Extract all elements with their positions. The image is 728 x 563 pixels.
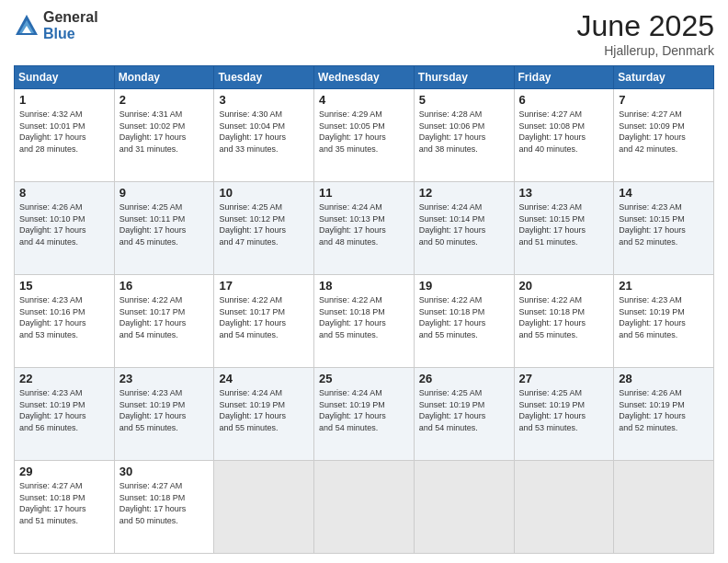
table-row <box>314 461 415 554</box>
day-number: 16 <box>119 279 210 293</box>
day-info: Sunrise: 4:30 AM Sunset: 10:04 PM Daylig… <box>219 109 309 155</box>
table-row: 21Sunrise: 4:23 AM Sunset: 10:19 PM Dayl… <box>614 275 714 368</box>
location: Hjallerup, Denmark <box>577 43 714 58</box>
calendar-week-row: 8Sunrise: 4:26 AM Sunset: 10:10 PM Dayli… <box>15 182 714 275</box>
day-info: Sunrise: 4:25 AM Sunset: 10:12 PM Daylig… <box>219 201 309 247</box>
calendar-week-row: 22Sunrise: 4:23 AM Sunset: 10:19 PM Dayl… <box>15 368 714 461</box>
day-info: Sunrise: 4:27 AM Sunset: 10:18 PM Daylig… <box>19 480 109 526</box>
day-info: Sunrise: 4:23 AM Sunset: 10:15 PM Daylig… <box>519 201 609 247</box>
table-row: 9Sunrise: 4:25 AM Sunset: 10:11 PM Dayli… <box>114 182 214 275</box>
table-row: 10Sunrise: 4:25 AM Sunset: 10:12 PM Dayl… <box>214 182 314 275</box>
day-number: 27 <box>519 372 609 385</box>
day-info: Sunrise: 4:23 AM Sunset: 10:16 PM Daylig… <box>19 294 109 340</box>
table-row: 24Sunrise: 4:24 AM Sunset: 10:19 PM Dayl… <box>214 368 314 461</box>
day-number: 14 <box>619 186 709 200</box>
table-row: 16Sunrise: 4:22 AM Sunset: 10:17 PM Dayl… <box>114 275 214 368</box>
day-number: 2 <box>119 93 210 107</box>
header: General Blue June 2025 Hjallerup, Denmar… <box>14 9 714 58</box>
table-row <box>614 461 714 554</box>
table-row: 5Sunrise: 4:28 AM Sunset: 10:06 PM Dayli… <box>414 89 514 182</box>
day-info: Sunrise: 4:24 AM Sunset: 10:19 PM Daylig… <box>319 387 409 433</box>
day-info: Sunrise: 4:28 AM Sunset: 10:06 PM Daylig… <box>419 109 509 155</box>
day-info: Sunrise: 4:25 AM Sunset: 10:11 PM Daylig… <box>119 201 210 247</box>
table-row: 15Sunrise: 4:23 AM Sunset: 10:16 PM Dayl… <box>15 275 115 368</box>
day-info: Sunrise: 4:22 AM Sunset: 10:18 PM Daylig… <box>419 294 509 340</box>
title-block: June 2025 Hjallerup, Denmark <box>577 9 714 58</box>
table-row: 17Sunrise: 4:22 AM Sunset: 10:17 PM Dayl… <box>214 275 314 368</box>
day-number: 22 <box>19 372 109 385</box>
day-info: Sunrise: 4:23 AM Sunset: 10:19 PM Daylig… <box>119 387 210 433</box>
day-number: 6 <box>519 93 609 107</box>
month-title: June 2025 <box>577 9 714 43</box>
day-info: Sunrise: 4:25 AM Sunset: 10:19 PM Daylig… <box>419 387 509 433</box>
day-info: Sunrise: 4:27 AM Sunset: 10:08 PM Daylig… <box>519 109 609 155</box>
table-row: 11Sunrise: 4:24 AM Sunset: 10:13 PM Dayl… <box>314 182 415 275</box>
page: General Blue June 2025 Hjallerup, Denmar… <box>0 0 728 563</box>
day-number: 7 <box>619 93 709 107</box>
table-row: 26Sunrise: 4:25 AM Sunset: 10:19 PM Dayl… <box>414 368 514 461</box>
day-number: 15 <box>19 279 109 293</box>
header-thursday: Thursday <box>414 66 514 89</box>
day-info: Sunrise: 4:23 AM Sunset: 10:15 PM Daylig… <box>619 201 709 247</box>
day-info: Sunrise: 4:24 AM Sunset: 10:19 PM Daylig… <box>219 387 309 433</box>
table-row: 2Sunrise: 4:31 AM Sunset: 10:02 PM Dayli… <box>114 89 214 182</box>
table-row: 7Sunrise: 4:27 AM Sunset: 10:09 PM Dayli… <box>614 89 714 182</box>
calendar-week-row: 15Sunrise: 4:23 AM Sunset: 10:16 PM Dayl… <box>15 275 714 368</box>
day-number: 9 <box>119 186 210 200</box>
table-row: 22Sunrise: 4:23 AM Sunset: 10:19 PM Dayl… <box>15 368 115 461</box>
table-row: 8Sunrise: 4:26 AM Sunset: 10:10 PM Dayli… <box>15 182 115 275</box>
day-info: Sunrise: 4:32 AM Sunset: 10:01 PM Daylig… <box>19 109 109 155</box>
day-number: 24 <box>219 372 309 385</box>
table-row: 19Sunrise: 4:22 AM Sunset: 10:18 PM Dayl… <box>414 275 514 368</box>
logo: General Blue <box>14 9 98 41</box>
day-number: 4 <box>319 93 409 107</box>
day-info: Sunrise: 4:26 AM Sunset: 10:10 PM Daylig… <box>19 201 109 247</box>
table-row: 14Sunrise: 4:23 AM Sunset: 10:15 PM Dayl… <box>614 182 714 275</box>
day-number: 3 <box>219 93 309 107</box>
table-row: 1Sunrise: 4:32 AM Sunset: 10:01 PM Dayli… <box>15 89 115 182</box>
header-monday: Monday <box>114 66 214 89</box>
table-row: 28Sunrise: 4:26 AM Sunset: 10:19 PM Dayl… <box>614 368 714 461</box>
day-number: 19 <box>419 279 509 293</box>
logo-general-text: General <box>43 9 98 26</box>
day-info: Sunrise: 4:26 AM Sunset: 10:19 PM Daylig… <box>619 387 709 433</box>
header-wednesday: Wednesday <box>314 66 415 89</box>
day-info: Sunrise: 4:27 AM Sunset: 10:09 PM Daylig… <box>619 109 709 155</box>
day-number: 8 <box>19 186 109 200</box>
day-number: 29 <box>19 465 109 478</box>
day-info: Sunrise: 4:27 AM Sunset: 10:18 PM Daylig… <box>119 480 210 526</box>
day-number: 25 <box>319 372 409 385</box>
logo-blue-text: Blue <box>43 26 98 42</box>
day-info: Sunrise: 4:23 AM Sunset: 10:19 PM Daylig… <box>19 387 109 433</box>
logo-icon <box>14 13 40 39</box>
header-friday: Friday <box>514 66 614 89</box>
table-row: 13Sunrise: 4:23 AM Sunset: 10:15 PM Dayl… <box>514 182 614 275</box>
day-info: Sunrise: 4:22 AM Sunset: 10:18 PM Daylig… <box>319 294 409 340</box>
table-row: 27Sunrise: 4:25 AM Sunset: 10:19 PM Dayl… <box>514 368 614 461</box>
day-number: 30 <box>119 465 210 478</box>
day-info: Sunrise: 4:22 AM Sunset: 10:17 PM Daylig… <box>219 294 309 340</box>
table-row <box>514 461 614 554</box>
calendar-week-row: 1Sunrise: 4:32 AM Sunset: 10:01 PM Dayli… <box>15 89 714 182</box>
day-number: 23 <box>119 372 210 385</box>
day-info: Sunrise: 4:29 AM Sunset: 10:05 PM Daylig… <box>319 109 409 155</box>
day-number: 13 <box>519 186 609 200</box>
table-row <box>414 461 514 554</box>
day-number: 12 <box>419 186 509 200</box>
table-row: 12Sunrise: 4:24 AM Sunset: 10:14 PM Dayl… <box>414 182 514 275</box>
day-number: 28 <box>619 372 709 385</box>
calendar-table: Sunday Monday Tuesday Wednesday Thursday… <box>14 65 714 554</box>
day-number: 10 <box>219 186 309 200</box>
table-row: 23Sunrise: 4:23 AM Sunset: 10:19 PM Dayl… <box>114 368 214 461</box>
day-info: Sunrise: 4:24 AM Sunset: 10:14 PM Daylig… <box>419 201 509 247</box>
calendar-week-row: 29Sunrise: 4:27 AM Sunset: 10:18 PM Dayl… <box>15 461 714 554</box>
day-info: Sunrise: 4:22 AM Sunset: 10:17 PM Daylig… <box>119 294 210 340</box>
table-row: 25Sunrise: 4:24 AM Sunset: 10:19 PM Dayl… <box>314 368 415 461</box>
table-row: 6Sunrise: 4:27 AM Sunset: 10:08 PM Dayli… <box>514 89 614 182</box>
day-info: Sunrise: 4:24 AM Sunset: 10:13 PM Daylig… <box>319 201 409 247</box>
day-number: 21 <box>619 279 709 293</box>
calendar-header-row: Sunday Monday Tuesday Wednesday Thursday… <box>15 66 714 89</box>
day-info: Sunrise: 4:25 AM Sunset: 10:19 PM Daylig… <box>519 387 609 433</box>
header-sunday: Sunday <box>15 66 115 89</box>
table-row <box>214 461 314 554</box>
